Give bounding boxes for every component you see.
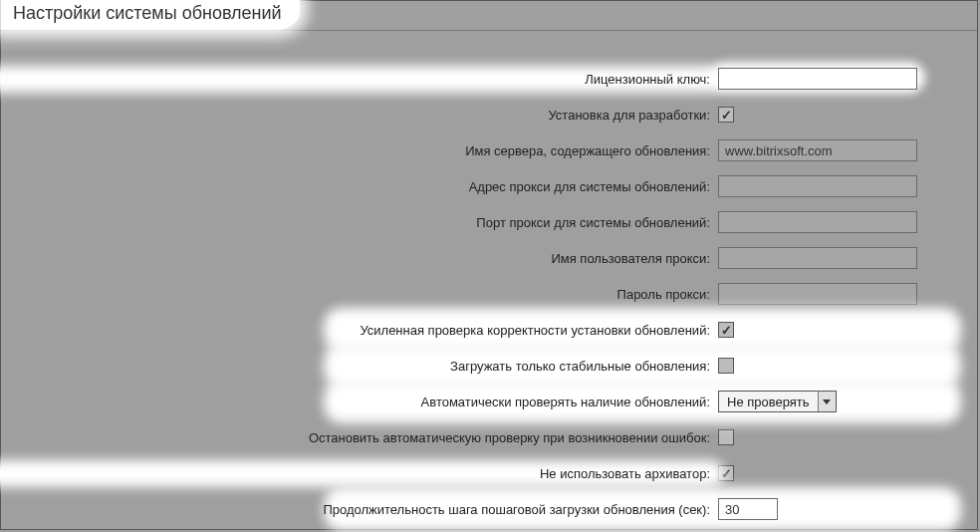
row-stable-only: Загружать только стабильные обновления: <box>1 348 977 384</box>
settings-panel: Настройки системы обновлений Лицензионны… <box>0 0 978 530</box>
dev-install-checkbox[interactable] <box>718 107 734 123</box>
row-auto-check: Автоматически проверять наличие обновлен… <box>1 384 977 419</box>
stop-on-err-label: Остановить автоматическую проверку при в… <box>309 430 710 445</box>
row-proxy-user: Имя пользователя прокси: <box>1 240 977 276</box>
update-server-input[interactable] <box>718 139 917 161</box>
stable-only-label: Загружать только стабильные обновления: <box>450 359 710 374</box>
strong-check-checkbox[interactable] <box>718 322 734 338</box>
stable-only-checkbox[interactable] <box>718 358 734 374</box>
proxy-port-label: Порт прокси для системы обновлений: <box>476 215 710 230</box>
row-proxy-port: Порт прокси для системы обновлений: <box>1 204 977 240</box>
row-dev-install: Установка для разработки: <box>1 97 977 133</box>
update-server-label: Имя сервера, содержащего обновления: <box>465 143 710 158</box>
proxy-addr-label: Адрес прокси для системы обновлений: <box>469 179 710 194</box>
row-step-duration: Продолжительность шага пошаговой загрузк… <box>1 491 977 527</box>
proxy-port-input[interactable] <box>718 211 917 233</box>
proxy-pass-label: Пароль прокси: <box>617 287 710 302</box>
proxy-user-input[interactable] <box>718 247 917 269</box>
row-update-server: Имя сервера, содержащего обновления: <box>1 133 977 168</box>
proxy-user-label: Имя пользователя прокси: <box>551 251 710 266</box>
row-license-key: Лицензионный ключ: <box>1 61 977 97</box>
title-bar: Настройки системы обновлений <box>1 1 977 31</box>
step-duration-label: Продолжительность шага пошаговой загрузк… <box>323 502 710 517</box>
auto-check-select[interactable]: Не проверять <box>718 391 837 412</box>
row-stop-on-err: Остановить автоматическую проверку при в… <box>1 419 977 455</box>
dev-install-label: Установка для разработки: <box>548 108 710 123</box>
proxy-pass-input[interactable] <box>718 283 917 305</box>
license-key-input[interactable] <box>718 68 917 90</box>
no-archiver-label: Не использовать архиватор: <box>540 466 710 481</box>
row-proxy-addr: Адрес прокси для системы обновлений: <box>1 168 977 204</box>
row-proxy-pass: Пароль прокси: <box>1 276 977 312</box>
form-rows: Лицензионный ключ: Установка для разрабо… <box>1 31 977 527</box>
row-strong-check: Усиленная проверка корректности установк… <box>1 312 977 348</box>
page-title: Настройки системы обновлений <box>1 0 300 30</box>
stop-on-err-checkbox[interactable] <box>718 429 734 445</box>
step-duration-input[interactable] <box>718 498 778 520</box>
strong-check-label: Усиленная проверка корректности установк… <box>360 323 710 338</box>
row-no-archiver: Не использовать архиватор: <box>1 455 977 491</box>
auto-check-label: Автоматически проверять наличие обновлен… <box>421 395 710 409</box>
chevron-down-icon <box>818 392 836 411</box>
auto-check-select-value: Не проверять <box>719 392 818 411</box>
proxy-addr-input[interactable] <box>718 175 917 197</box>
license-key-label: Лицензионный ключ: <box>585 72 710 87</box>
